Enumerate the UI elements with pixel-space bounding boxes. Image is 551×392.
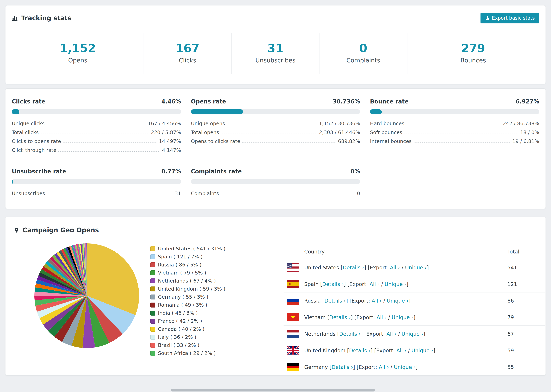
stat-line: Total clicks220 / 5.87% xyxy=(12,129,181,135)
stat-line-value: 242 / 86.738% xyxy=(503,121,539,126)
progress-track xyxy=(191,109,360,114)
bracket-text: [ xyxy=(320,281,322,287)
stat-line: Clicks to opens rate14.497% xyxy=(12,138,181,144)
export-unique-link[interactable]: Unique › xyxy=(405,265,427,271)
export-unique-link[interactable]: Unique › xyxy=(411,348,433,354)
details-link[interactable]: Details › xyxy=(329,314,351,320)
country-total: 541 xyxy=(507,265,545,271)
details-link[interactable]: Details › xyxy=(322,281,344,287)
export-all-link[interactable]: All › xyxy=(377,314,387,320)
horizontal-scrollbar-thumb[interactable] xyxy=(171,389,375,392)
bracket-text: / xyxy=(406,348,411,354)
export-unique-link[interactable]: Unique › xyxy=(392,314,413,320)
export-unique-link[interactable]: Unique › xyxy=(394,364,416,370)
stat-box: 1,152Opens xyxy=(12,33,144,74)
legend-label: Netherlands ( 67 / 4% ) xyxy=(158,278,216,284)
details-link[interactable]: Details › xyxy=(332,364,353,370)
stat-line-value: 31 xyxy=(175,190,181,196)
bracket-text: ] [Export: xyxy=(346,298,372,304)
export-unique-link[interactable]: Unique › xyxy=(384,281,406,287)
details-link[interactable]: Details › xyxy=(343,265,364,271)
tracking-stats-header: Tracking stats Export basic stats xyxy=(12,13,539,23)
details-link[interactable]: Details › xyxy=(325,298,346,304)
export-all-link[interactable]: All › xyxy=(379,364,389,370)
geo-legend: United States ( 541 / 31% )Spain ( 121 /… xyxy=(150,246,226,375)
stat-line-value: 167 / 4.456% xyxy=(148,121,181,126)
stat-value: 279 xyxy=(407,42,539,55)
stat-line-label: Hard bounces xyxy=(370,121,404,126)
legend-swatch xyxy=(150,294,155,300)
progress-bar xyxy=(191,109,243,114)
progress-track xyxy=(191,179,360,184)
table-row: Germany [Details ›] [Export: All › / Uni… xyxy=(283,359,545,375)
ru-flag-icon xyxy=(287,297,299,305)
legend-item: Russia ( 86 / 5% ) xyxy=(150,262,226,268)
stat-line-value: 14.497% xyxy=(159,138,181,144)
dotted-leader xyxy=(227,125,317,125)
legend-item: Vietnam ( 79 / 5% ) xyxy=(150,270,226,276)
table-row: United States [Details ›] [Export: All ›… xyxy=(283,259,545,276)
map-pin-icon xyxy=(14,227,20,234)
de-flag-icon xyxy=(287,363,299,371)
details-link[interactable]: Details › xyxy=(339,331,361,337)
legend-swatch xyxy=(150,311,155,315)
bracket-text: / xyxy=(382,298,387,304)
export-all-link[interactable]: All › xyxy=(396,348,406,354)
rate-percent-value: 4.46% xyxy=(161,98,181,105)
bracket-text: ] [Export: xyxy=(361,331,387,337)
bracket-text: / xyxy=(387,314,391,320)
stat-value: 0 xyxy=(319,42,407,55)
rate-title: Unsubscribe rate xyxy=(12,168,66,175)
stat-line: Hard bounces242 / 86.738% xyxy=(370,121,539,126)
country-cell: United States [Details ›] [Export: All ›… xyxy=(283,263,507,272)
rate-block: Bounce rate6.927%Hard bounces242 / 86.73… xyxy=(370,98,539,153)
bracket-text: / xyxy=(380,281,384,287)
stat-line-value: 19 / 6.81% xyxy=(512,138,539,144)
stat-label: Opens xyxy=(12,57,144,64)
stat-value: 167 xyxy=(144,42,232,55)
legend-label: Germany ( 55 / 3% ) xyxy=(158,294,208,300)
us-flag-icon xyxy=(287,263,299,272)
export-all-link[interactable]: All › xyxy=(390,265,400,271)
rate-header: Bounce rate6.927% xyxy=(370,98,539,105)
geo-table-body: United States [Details ›] [Export: All ›… xyxy=(283,259,545,375)
progress-bar xyxy=(12,179,13,184)
export-button-label: Export basic stats xyxy=(492,15,535,21)
stats-grid: 1,152Opens167Clicks31Unsubscribes0Compla… xyxy=(12,33,539,74)
export-unique-link[interactable]: Unique › xyxy=(402,331,423,337)
geo-pie-chart xyxy=(34,243,140,349)
legend-swatch xyxy=(150,351,155,356)
bracket-text: [ xyxy=(322,298,325,304)
legend-label: Spain ( 121 / 7% ) xyxy=(158,254,203,260)
details-link[interactable]: Details › xyxy=(349,348,371,354)
legend-swatch xyxy=(150,270,155,275)
country-name: United Kingdom xyxy=(304,348,347,354)
legend-label: Romania ( 49 / 3% ) xyxy=(158,302,207,308)
bracket-text: / xyxy=(400,265,405,271)
total-column-header: Total xyxy=(507,249,545,255)
dotted-leader xyxy=(221,195,355,195)
legend-swatch xyxy=(150,302,155,308)
export-all-link[interactable]: All › xyxy=(372,298,382,304)
bracket-text: ] [Export: xyxy=(351,314,377,320)
stat-line-label: Unsubscribes xyxy=(12,190,45,196)
export-all-link[interactable]: All › xyxy=(386,331,396,337)
legend-item: South Africa ( 29 / 2% ) xyxy=(150,350,226,356)
legend-label: Russia ( 86 / 5% ) xyxy=(158,262,202,268)
stat-line-value: 1,152 / 30.736% xyxy=(319,121,360,126)
legend-item: India ( 46 / 3% ) xyxy=(150,310,226,316)
country-total: 121 xyxy=(507,281,545,287)
bracket-text: ] xyxy=(427,265,429,271)
export-basic-stats-button[interactable]: Export basic stats xyxy=(480,13,539,23)
geo-opens-card: Campaign Geo Opens United States ( 541 /… xyxy=(5,217,546,376)
legend-item: Italy ( 36 / 2% ) xyxy=(150,334,226,340)
stat-line: Unique opens1,152 / 30.736% xyxy=(191,121,360,126)
dotted-leader xyxy=(47,125,146,125)
export-unique-link[interactable]: Unique › xyxy=(387,298,409,304)
stat-line: Click through rate4.147% xyxy=(12,147,181,153)
export-all-link[interactable]: All › xyxy=(369,281,380,287)
progress-track xyxy=(12,179,181,184)
stat-line: Total opens2,303 / 61.446% xyxy=(191,129,360,135)
country-name: Spain xyxy=(304,281,320,287)
legend-label: Canada ( 40 / 2% ) xyxy=(158,326,205,332)
